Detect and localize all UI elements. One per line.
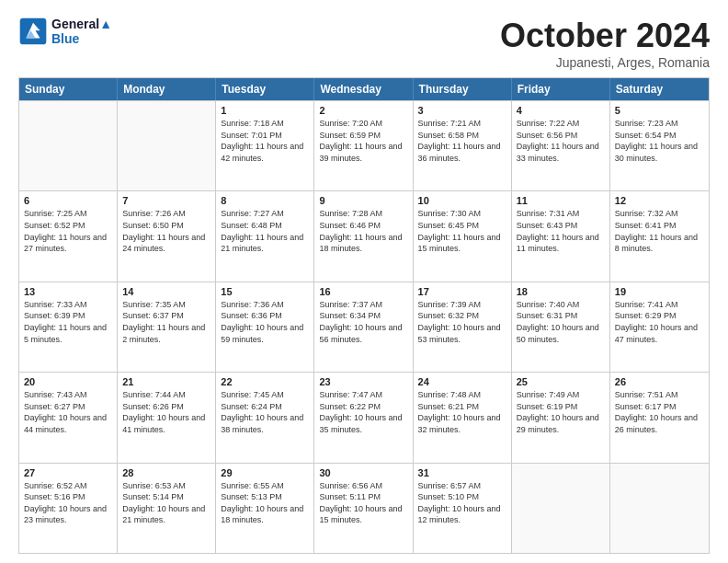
cal-cell: 14Sunrise: 7:35 AM Sunset: 6:37 PM Dayli… (118, 282, 216, 372)
month-title: October 2024 (500, 17, 710, 55)
cal-cell: 22Sunrise: 7:45 AM Sunset: 6:24 PM Dayli… (216, 373, 314, 462)
header-day-friday: Friday (512, 78, 610, 100)
day-number: 9 (319, 195, 407, 206)
day-number: 24 (418, 376, 506, 387)
cal-cell: 3Sunrise: 7:21 AM Sunset: 6:58 PM Daylig… (414, 101, 512, 190)
header-day-saturday: Saturday (610, 78, 709, 100)
day-number: 14 (122, 286, 210, 297)
day-number: 2 (319, 105, 407, 116)
day-number: 15 (221, 286, 309, 297)
day-info: Sunrise: 6:56 AM Sunset: 5:11 PM Dayligh… (319, 480, 407, 526)
cal-cell: 26Sunrise: 7:51 AM Sunset: 6:17 PM Dayli… (610, 373, 709, 462)
day-number: 13 (24, 286, 112, 297)
day-info: Sunrise: 7:45 AM Sunset: 6:24 PM Dayligh… (221, 389, 309, 435)
cal-cell: 20Sunrise: 7:43 AM Sunset: 6:27 PM Dayli… (19, 373, 118, 462)
day-info: Sunrise: 7:41 AM Sunset: 6:29 PM Dayligh… (615, 299, 704, 345)
day-number: 31 (418, 467, 506, 478)
day-info: Sunrise: 7:39 AM Sunset: 6:32 PM Dayligh… (418, 299, 506, 345)
day-number: 1 (221, 105, 309, 116)
day-info: Sunrise: 6:52 AM Sunset: 5:16 PM Dayligh… (24, 480, 112, 526)
cal-cell: 10Sunrise: 7:30 AM Sunset: 6:45 PM Dayli… (414, 191, 512, 281)
cal-cell (512, 464, 610, 553)
day-info: Sunrise: 7:33 AM Sunset: 6:39 PM Dayligh… (24, 299, 112, 345)
day-info: Sunrise: 7:28 AM Sunset: 6:46 PM Dayligh… (319, 208, 407, 254)
week-row-2: 6Sunrise: 7:25 AM Sunset: 6:52 PM Daylig… (19, 190, 709, 281)
cal-cell: 24Sunrise: 7:48 AM Sunset: 6:21 PM Dayli… (414, 373, 512, 462)
day-info: Sunrise: 7:22 AM Sunset: 6:56 PM Dayligh… (517, 118, 605, 164)
day-number: 7 (122, 195, 210, 206)
day-number: 29 (221, 467, 309, 478)
header: General▲ Blue October 2024 Jupanesti, Ar… (18, 17, 710, 70)
day-info: Sunrise: 7:40 AM Sunset: 6:31 PM Dayligh… (517, 299, 605, 345)
week-row-3: 13Sunrise: 7:33 AM Sunset: 6:39 PM Dayli… (19, 282, 709, 372)
day-number: 10 (418, 195, 506, 206)
cal-cell: 8Sunrise: 7:27 AM Sunset: 6:48 PM Daylig… (216, 191, 314, 281)
header-day-wednesday: Wednesday (314, 78, 413, 100)
calendar: SundayMondayTuesdayWednesdayThursdayFrid… (18, 77, 710, 554)
day-number: 22 (221, 376, 309, 387)
day-info: Sunrise: 7:44 AM Sunset: 6:26 PM Dayligh… (122, 389, 210, 435)
day-number: 28 (122, 467, 210, 478)
cal-cell: 6Sunrise: 7:25 AM Sunset: 6:52 PM Daylig… (19, 191, 118, 281)
cal-cell: 30Sunrise: 6:56 AM Sunset: 5:11 PM Dayli… (314, 464, 413, 553)
day-number: 23 (319, 376, 407, 387)
day-info: Sunrise: 7:23 AM Sunset: 6:54 PM Dayligh… (615, 118, 704, 164)
cal-cell: 9Sunrise: 7:28 AM Sunset: 6:46 PM Daylig… (314, 191, 413, 281)
cal-cell: 13Sunrise: 7:33 AM Sunset: 6:39 PM Dayli… (19, 282, 118, 372)
day-info: Sunrise: 7:37 AM Sunset: 6:34 PM Dayligh… (319, 299, 407, 345)
day-info: Sunrise: 7:31 AM Sunset: 6:43 PM Dayligh… (517, 208, 605, 254)
cal-cell: 23Sunrise: 7:47 AM Sunset: 6:22 PM Dayli… (314, 373, 413, 462)
day-number: 5 (615, 105, 704, 116)
day-info: Sunrise: 7:49 AM Sunset: 6:19 PM Dayligh… (517, 389, 605, 435)
day-info: Sunrise: 7:48 AM Sunset: 6:21 PM Dayligh… (418, 389, 506, 435)
day-info: Sunrise: 7:43 AM Sunset: 6:27 PM Dayligh… (24, 389, 112, 435)
day-number: 8 (221, 195, 309, 206)
cal-cell: 12Sunrise: 7:32 AM Sunset: 6:41 PM Dayli… (610, 191, 709, 281)
cal-cell: 27Sunrise: 6:52 AM Sunset: 5:16 PM Dayli… (19, 464, 118, 553)
cal-cell: 15Sunrise: 7:36 AM Sunset: 6:36 PM Dayli… (216, 282, 314, 372)
cal-cell (118, 101, 216, 190)
day-number: 25 (517, 376, 605, 387)
cal-cell: 17Sunrise: 7:39 AM Sunset: 6:32 PM Dayli… (414, 282, 512, 372)
title-block: October 2024 Jupanesti, Arges, Romania (500, 17, 710, 70)
day-number: 4 (517, 105, 605, 116)
day-info: Sunrise: 6:55 AM Sunset: 5:13 PM Dayligh… (221, 480, 309, 526)
logo: General▲ Blue (18, 17, 112, 46)
week-row-1: 1Sunrise: 7:18 AM Sunset: 7:01 PM Daylig… (19, 100, 709, 190)
day-info: Sunrise: 7:30 AM Sunset: 6:45 PM Dayligh… (418, 208, 506, 254)
cal-cell: 25Sunrise: 7:49 AM Sunset: 6:19 PM Dayli… (512, 373, 610, 462)
day-info: Sunrise: 7:35 AM Sunset: 6:37 PM Dayligh… (122, 299, 210, 345)
cal-cell: 5Sunrise: 7:23 AM Sunset: 6:54 PM Daylig… (610, 101, 709, 190)
day-number: 16 (319, 286, 407, 297)
cal-cell: 21Sunrise: 7:44 AM Sunset: 6:26 PM Dayli… (118, 373, 216, 462)
day-number: 12 (615, 195, 704, 206)
day-info: Sunrise: 7:21 AM Sunset: 6:58 PM Dayligh… (418, 118, 506, 164)
day-number: 11 (517, 195, 605, 206)
week-row-4: 20Sunrise: 7:43 AM Sunset: 6:27 PM Dayli… (19, 372, 709, 462)
logo-text: General▲ Blue (51, 17, 112, 46)
day-number: 19 (615, 286, 704, 297)
day-number: 30 (319, 467, 407, 478)
cal-cell: 1Sunrise: 7:18 AM Sunset: 7:01 PM Daylig… (216, 101, 314, 190)
day-info: Sunrise: 7:20 AM Sunset: 6:59 PM Dayligh… (319, 118, 407, 164)
day-number: 6 (24, 195, 112, 206)
day-info: Sunrise: 7:36 AM Sunset: 6:36 PM Dayligh… (221, 299, 309, 345)
cal-cell: 2Sunrise: 7:20 AM Sunset: 6:59 PM Daylig… (314, 101, 413, 190)
day-number: 20 (24, 376, 112, 387)
cal-cell: 16Sunrise: 7:37 AM Sunset: 6:34 PM Dayli… (314, 282, 413, 372)
day-number: 21 (122, 376, 210, 387)
cal-cell: 18Sunrise: 7:40 AM Sunset: 6:31 PM Dayli… (512, 282, 610, 372)
cal-cell: 31Sunrise: 6:57 AM Sunset: 5:10 PM Dayli… (414, 464, 512, 553)
calendar-body: 1Sunrise: 7:18 AM Sunset: 7:01 PM Daylig… (19, 100, 709, 553)
day-info: Sunrise: 7:47 AM Sunset: 6:22 PM Dayligh… (319, 389, 407, 435)
day-info: Sunrise: 7:26 AM Sunset: 6:50 PM Dayligh… (122, 208, 210, 254)
day-number: 27 (24, 467, 112, 478)
cal-cell (610, 464, 709, 553)
header-day-tuesday: Tuesday (216, 78, 314, 100)
day-number: 17 (418, 286, 506, 297)
cal-cell: 28Sunrise: 6:53 AM Sunset: 5:14 PM Dayli… (118, 464, 216, 553)
day-info: Sunrise: 7:32 AM Sunset: 6:41 PM Dayligh… (615, 208, 704, 254)
subtitle: Jupanesti, Arges, Romania (500, 55, 710, 70)
cal-cell (19, 101, 118, 190)
header-day-thursday: Thursday (414, 78, 512, 100)
